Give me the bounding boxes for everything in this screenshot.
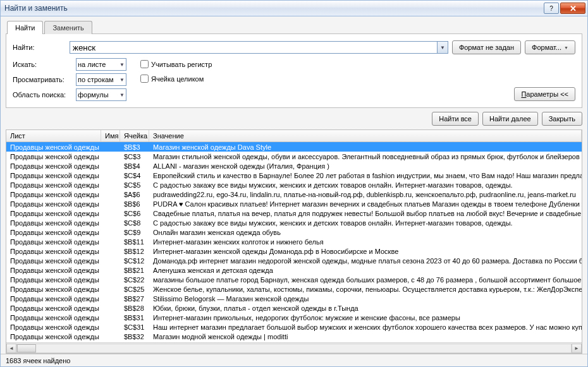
table-row[interactable]: Продавцы женской одежды$C$9Онлайн магази… (6, 227, 582, 237)
cell-ref: $C$12 (120, 257, 149, 265)
col-sheet-header[interactable]: Лист (6, 130, 101, 141)
table-row[interactable]: Продавцы женской одежды$C$25Женское бель… (6, 284, 582, 294)
table-row[interactable]: Продавцы женской одежды$B$28Юбки, брюки,… (6, 303, 582, 313)
cell-sheet: Продавцы женской одежды (6, 314, 101, 322)
match-entire-input[interactable] (140, 75, 149, 83)
match-case-input[interactable] (140, 60, 149, 68)
cell-sheet: Продавцы женской одежды (6, 229, 101, 236)
options-area: Искать: на листе Просматривать: по строк… (13, 58, 575, 101)
cell-ref: $C$6 (120, 210, 149, 217)
lookin-value: формулы (78, 91, 109, 99)
cell-sheet: Продавцы женской одежды (6, 191, 101, 198)
cell-value: Европейский стиль и качество в Барнауле!… (149, 172, 582, 179)
cell-value: ALLANI - магазин женской одежды (Италия,… (149, 162, 582, 170)
table-row[interactable]: Продавцы женской одежды$B$12Интернет-маг… (6, 246, 582, 256)
cell-ref: $B$12 (120, 248, 149, 255)
cell-sheet: Продавцы женской одежды (6, 276, 101, 284)
table-row[interactable]: Продавцы женской одежды$B$32Магазин модн… (6, 332, 582, 341)
cell-value: магазины большое платье город Барнаул, ж… (149, 276, 582, 284)
direction-select[interactable]: по строкам (76, 73, 126, 86)
scroll-left-icon[interactable]: ◄ (6, 344, 16, 353)
table-header: Лист Имя Ячейка Значение (6, 130, 582, 142)
table-row[interactable]: Продавцы женской одежды$C$31Наш интернет… (6, 322, 582, 332)
table-row[interactable]: Продавцы женской одежды$B$27Stilissimo B… (6, 294, 582, 303)
cell-sheet: Продавцы женской одежды (6, 210, 101, 217)
horizontal-scrollbar[interactable]: ◄ ► (6, 342, 582, 353)
direction-value: по строкам (78, 76, 114, 83)
cell-sheet: Продавцы женской одежды (6, 323, 101, 331)
cell-ref: $C$5 (120, 181, 149, 189)
tab-replace[interactable]: Заменить (44, 21, 92, 34)
tab-find[interactable]: Найти (7, 21, 43, 34)
cell-ref: $B$11 (120, 238, 149, 246)
match-entire-checkbox[interactable]: Ячейка целиком (138, 73, 212, 85)
cell-value: С радостью закажу все виды мужских, женс… (149, 219, 582, 227)
within-select[interactable]: на листе (76, 58, 126, 71)
cell-value: С радостью закажу все виды мужских, женс… (149, 181, 582, 189)
match-case-checkbox[interactable]: Учитывать регистр (138, 58, 212, 70)
cell-sheet: Продавцы женской одежды (6, 181, 101, 189)
find-all-button[interactable]: Найти все (432, 112, 479, 126)
lookin-select[interactable]: формулы (76, 88, 126, 101)
lookin-label: Область поиска: (13, 91, 76, 99)
scroll-right-icon[interactable]: ► (572, 344, 582, 353)
cell-value: Наш интернет магазин предлагает большой … (149, 323, 582, 331)
table-body[interactable]: Продавцы женской одежды$B$3Магазин женск… (6, 142, 582, 342)
cell-ref: $B$32 (120, 333, 149, 340)
table-row[interactable]: Продавцы женской одежды$B$31Интернет-маг… (6, 313, 582, 322)
tab-strip: Найти Заменить (1, 16, 587, 33)
cell-sheet: Продавцы женской одежды (6, 295, 101, 303)
cell-ref: $C$8 (120, 219, 149, 227)
table-row[interactable]: Продавцы женской одежды$C$22магазины бол… (6, 275, 582, 284)
match-entire-label: Ячейка целиком (151, 75, 204, 83)
close-window-button[interactable]: ✕ (560, 3, 585, 14)
cell-value: Магазин стильной женской одежды, обуви и… (149, 153, 582, 160)
table-row[interactable]: Продавцы женской одежды$A$6pudrawedding2… (6, 190, 582, 199)
search-panel: Найти: ▼ Формат не задан Формат... Искат… (6, 33, 582, 108)
search-input[interactable] (70, 41, 438, 54)
cell-value: Юбки, брюки, блузки, платья - отдел женс… (149, 304, 582, 312)
cell-ref: $B$21 (120, 267, 149, 274)
cell-sheet: Продавцы женской одежды (6, 143, 101, 151)
format-preview-button[interactable]: Формат не задан (452, 40, 521, 54)
window-title: Найти и заменить (4, 4, 542, 13)
cell-sheet: Продавцы женской одежды (6, 200, 101, 208)
search-history-dropdown[interactable]: ▼ (438, 41, 448, 54)
help-button[interactable]: ? (544, 3, 559, 14)
cell-sheet: Продавцы женской одежды (6, 248, 101, 255)
table-row[interactable]: Продавцы женской одежды$B$6PUDRA ♥ Салон… (6, 199, 582, 208)
scroll-thumb[interactable] (17, 344, 36, 352)
cell-ref: $B$3 (120, 143, 149, 151)
table-row[interactable]: Продавцы женской одежды$B$4ALLANI - мага… (6, 161, 582, 171)
find-next-button[interactable]: Найти далее (482, 112, 538, 126)
parameters-button[interactable]: Параметры << (514, 87, 575, 101)
cell-sheet: Продавцы женской одежды (6, 286, 101, 293)
find-label: Найти: (13, 44, 70, 51)
table-row[interactable]: Продавцы женской одежды$B$21Аленушка жен… (6, 265, 582, 275)
scroll-track[interactable] (16, 344, 572, 353)
cell-ref: $C$25 (120, 286, 149, 293)
col-cell-header[interactable]: Ячейка (120, 130, 149, 141)
cell-value: Магазин женской одежды Dava Style (149, 143, 582, 151)
cell-ref: $B$31 (120, 314, 149, 322)
find-row: Найти: ▼ Формат не задан Формат... (13, 40, 575, 54)
col-name-header[interactable]: Имя (101, 130, 120, 141)
table-row[interactable]: Продавцы женской одежды$C$8С радостью за… (6, 218, 582, 227)
cell-ref: $B$27 (120, 295, 149, 303)
table-row[interactable]: Продавцы женской одежды$C$12Доманода.рф … (6, 256, 582, 265)
close-button[interactable]: Закрыть (542, 112, 582, 126)
table-row[interactable]: Продавцы женской одежды$C$4Европейский с… (6, 171, 582, 180)
format-menu-button[interactable]: Формат... (525, 40, 575, 54)
table-row[interactable]: Продавцы женской одежды$C$3Магазин стиль… (6, 152, 582, 161)
table-row[interactable]: Продавцы женской одежды$B$11Интернет-маг… (6, 237, 582, 246)
cell-value: pudrawedding22.ru, ego-34.ru, lindalin.r… (149, 191, 582, 198)
col-value-header[interactable]: Значение (149, 130, 582, 141)
cell-ref: $C$3 (120, 153, 149, 160)
table-row[interactable]: Продавцы женской одежды$C$6Свадебные пла… (6, 208, 582, 218)
within-value: на листе (78, 61, 106, 68)
table-row[interactable]: Продавцы женской одежды$B$3Магазин женск… (6, 142, 582, 152)
cell-sheet: Продавцы женской одежды (6, 333, 101, 340)
cell-value: Интернет-магазин женской одежды Доманода… (149, 248, 582, 255)
cell-value: Женское белье, купальники, халаты, костю… (149, 286, 582, 293)
table-row[interactable]: Продавцы женской одежды$C$5С радостью за… (6, 180, 582, 190)
